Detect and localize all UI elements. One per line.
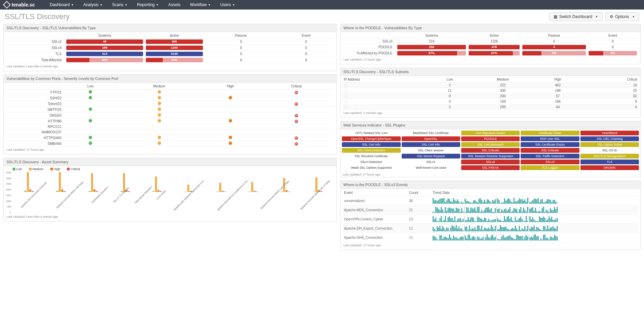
- panel-common-ports: Vulnerabilities by Common Ports - Severi…: [3, 74, 337, 154]
- nav-workflow[interactable]: Workflow▼: [185, 2, 215, 7]
- severity-dot: [229, 142, 232, 145]
- nav-assets[interactable]: Assets: [163, 2, 185, 7]
- table-row[interactable]: unnormalized36: [343, 196, 638, 205]
- brand-logo[interactable]: tenable.sc: [4, 2, 35, 7]
- panel-poodle-type: Where is the POODLE - Vulnerabilities By…: [340, 24, 641, 64]
- plugin-badge[interactable]: SSL Client Detection: [342, 148, 400, 153]
- bar[interactable]: 258: [397, 45, 466, 49]
- plugin-badge[interactable]: APT1 Related SSL Cert: [342, 131, 400, 135]
- table-row: SSLv3216132600: [343, 39, 638, 44]
- plugin-badge[interactable]: OpenSSL ChangeCipherSpec: [342, 136, 400, 141]
- plugin-badge[interactable]: SSL Cert Info: [402, 142, 460, 147]
- nav-users[interactable]: Users▼: [215, 2, 240, 7]
- severity-dot: [158, 96, 161, 99]
- table-row[interactable]: Apache-SHA_Connection11: [343, 233, 638, 242]
- plugin-badge[interactable]: POODLE: [461, 136, 520, 141]
- bar[interactable]: 4: [522, 45, 586, 49]
- table-row[interactable]: Apache-MD5_Connection21: [343, 205, 638, 215]
- chevron-down-icon: ▼: [71, 3, 74, 6]
- plugin-badge[interactable]: Blacklisted SSL Certificate: [402, 131, 460, 135]
- plugin-badge[interactable]: SSL FREAK: [461, 165, 520, 170]
- nav-dashboard[interactable]: Dashboard▼: [45, 2, 79, 7]
- table-row: Telnet/23✕: [6, 101, 334, 107]
- plugin-badge[interactable]: SSLH Detection: [342, 160, 400, 164]
- critical-icon: ✕: [295, 120, 298, 123]
- options-button[interactable]: ⚙ Options ▼: [605, 12, 639, 21]
- plugin-badge[interactable]: SSL Cert Info: [342, 142, 400, 147]
- panel-subnets: SSL/TLS Discovery - SSL/TLS Subnets IP A…: [340, 68, 641, 118]
- panel-vuln-by-type: SSL/TLS Discovery - SSL/TLS Vulnerabilit…: [3, 24, 337, 71]
- plugin-badge[interactable]: HeartBleed: [580, 131, 639, 135]
- table-row: SSLv3188116000: [6, 45, 334, 51]
- table-row: SSLv24030500: [6, 39, 334, 45]
- table-row[interactable]: —31691669: [343, 99, 638, 104]
- panel-title: SSL/TLS Discovery - Asset Summary: [4, 158, 336, 166]
- plugin-badge[interactable]: SSLv2: [461, 160, 520, 164]
- bar[interactable]: 24%: [146, 58, 203, 62]
- plugin-badge[interactable]: SSL Traffic Detection: [521, 154, 579, 159]
- bar[interactable]: 1160: [146, 46, 203, 50]
- bar[interactable]: 0%: [589, 51, 637, 55]
- plugin-badge[interactable]: SSL Criticals: [521, 148, 579, 153]
- plugin-badge[interactable]: SSL Server Request: [402, 154, 460, 159]
- panel-title: Web Services Indicator - SSL Plugins: [341, 121, 640, 129]
- table-row[interactable]: —3299444: [343, 104, 638, 110]
- table-row: SMTP/25: [6, 107, 334, 113]
- table-row: HTTPS/443✕: [6, 135, 334, 141]
- hexagon-icon: [3, 1, 11, 9]
- plugin-badge[interactable]: SSL Cert Mismatch: [461, 142, 520, 147]
- bar[interactable]: 188: [66, 46, 143, 50]
- plugin-badge[interactable]: SSL Revoked Certificate: [342, 154, 400, 159]
- chevron-down-icon: ▼: [595, 15, 598, 18]
- plugin-badge[interactable]: TLS Logjam: [521, 165, 579, 170]
- bar[interactable]: 5149: [146, 52, 203, 56]
- table-row: Total Affected30%24%00: [6, 57, 334, 63]
- bar[interactable]: 305: [146, 39, 203, 44]
- bar[interactable]: 478: [469, 45, 520, 49]
- table-row[interactable]: —222248210: [343, 83, 638, 88]
- plugin-badge[interactable]: SSL/TLS Renegotiation: [580, 154, 639, 159]
- plugin-badge[interactable]: Cert Signature Issues: [461, 131, 520, 135]
- panel-title: Vulnerabilities by Common Ports - Severi…: [4, 75, 336, 83]
- table-row[interactable]: —1130518825: [343, 88, 638, 94]
- bar[interactable]: 87%: [397, 51, 466, 55]
- plugin-badge[interactable]: SSL Certificate Expiry: [521, 142, 579, 147]
- grid-icon: ▦: [554, 14, 557, 19]
- plugin-badge[interactable]: SSLv1: [402, 160, 460, 164]
- table-row[interactable]: Apache-DH_Export_Connection11: [343, 224, 638, 233]
- plugin-badge[interactable]: SSLv3: [521, 160, 579, 164]
- plugin-badge[interactable]: SSL OS ID: [580, 148, 639, 153]
- nav-analysis[interactable]: Analysis▼: [79, 2, 107, 7]
- plugin-badge[interactable]: RDP over SSL: [521, 136, 579, 141]
- bar[interactable]: 87%: [469, 51, 520, 55]
- plugin-badge[interactable]: SSL Cipher Suites: [580, 142, 639, 147]
- bar[interactable]: 40: [66, 39, 143, 44]
- last-updated: Last Updated: 17 hours ago: [6, 147, 334, 152]
- bar[interactable]: 0%: [522, 51, 586, 55]
- panel-title: Where is the POODLE - Vulnerabilities By…: [341, 24, 640, 32]
- plugin-badge[interactable]: SSL Client session: [402, 148, 460, 153]
- plugin-badge[interactable]: Well-known Cert Used: [402, 165, 460, 170]
- critical-icon: ✕: [295, 102, 298, 106]
- table-row: FTP/21✕: [6, 89, 334, 95]
- severity-dot: [158, 102, 161, 105]
- plugin-badge[interactable]: SSL CBC Chaining: [580, 136, 639, 141]
- switch-dashboard-button[interactable]: ▦ Switch Dashboard ▼: [549, 12, 602, 21]
- plugin-badge[interactable]: SSL Session Resume Supported: [461, 154, 520, 159]
- plugin-badge[interactable]: OpenSSL: [402, 136, 460, 141]
- chart-legend: Low Medium High Critical: [6, 167, 334, 171]
- severity-dot: [229, 136, 232, 139]
- sparkline: [433, 198, 637, 204]
- table-row[interactable]: OpenVPN-Control_Cipher13: [343, 215, 638, 224]
- bar[interactable]: 613: [66, 52, 143, 56]
- table-row[interactable]: —02005762: [343, 94, 638, 99]
- plugin-badge[interactable]: TLS: [580, 160, 639, 164]
- plugin-badge[interactable]: Certificate Chain: [521, 131, 579, 135]
- last-updated: Last Updated: 17 hours ago: [341, 171, 640, 177]
- nav-reporting[interactable]: Reporting▼: [132, 2, 163, 7]
- plugin-badge[interactable]: Weak SSL Ciphers Supported: [342, 165, 400, 170]
- plugin-badge[interactable]: SSL Criticals: [461, 148, 520, 153]
- plugin-badge[interactable]: DROWN: [580, 165, 639, 170]
- bar[interactable]: 30%: [66, 58, 143, 62]
- nav-scans[interactable]: Scans▼: [107, 2, 132, 7]
